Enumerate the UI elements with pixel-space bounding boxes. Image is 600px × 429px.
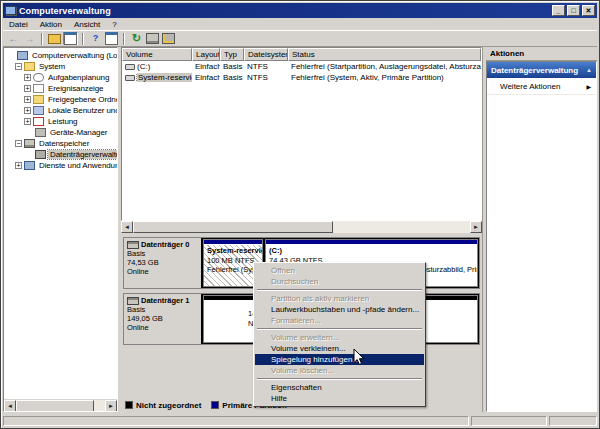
tree-item-ereignisanzeige[interactable]: +Ereignisanzeige [6, 83, 117, 94]
tree-item-system[interactable]: −System [6, 61, 117, 72]
console-tree: Computerverwaltung (Lokal)−System+Aufgab… [4, 48, 117, 171]
column-header-status[interactable]: Status [288, 48, 481, 61]
tree-item-computerverwaltung-lokal[interactable]: Computerverwaltung (Lokal) [6, 50, 117, 61]
tree-item-leistung[interactable]: +Leistung [6, 116, 117, 127]
menu-item-help[interactable]: ? [106, 20, 122, 29]
console-window-icon[interactable] [63, 32, 78, 45]
computer-icon [17, 51, 28, 60]
refresh-icon[interactable]: ↻ [129, 32, 144, 45]
volume-list-horizontal-scrollbar[interactable]: ◄ ► [121, 221, 482, 233]
volume-name: (C:) [137, 62, 150, 71]
scroll-right-button[interactable]: ► [105, 400, 117, 412]
tree-item-freigegebene-ordner[interactable]: +Freigegebene Ordner [6, 94, 117, 105]
menu-item-ansicht[interactable]: Ansicht [68, 20, 106, 29]
legend-color-swatch [211, 401, 219, 409]
tree-item-label: Dienste und Anwendungen [37, 161, 118, 170]
tree-expander[interactable]: + [24, 118, 31, 125]
title-bar: Computerverwaltung _□✕ [3, 3, 597, 18]
disk-management-icon [35, 150, 46, 159]
tree-item-aufgabenplanung[interactable]: +Aufgabenplanung [6, 72, 117, 83]
task-scheduler-icon [33, 73, 44, 82]
properties-window-icon[interactable] [104, 32, 119, 45]
context-menu-item-durchsuchen[interactable]: Durchsuchen [255, 276, 424, 287]
tree-item-lokale-benutzer-und-gruppen[interactable]: +Lokale Benutzer und Gruppen [6, 105, 117, 116]
scroll-thumb[interactable] [16, 400, 94, 412]
console-tree-panel: Computerverwaltung (Lokal)−System+Aufgab… [3, 47, 118, 412]
context-menu-item-partition-als-aktiv-markieren[interactable]: Partition als aktiv markieren [255, 293, 424, 304]
column-header-layout[interactable]: Layout [192, 48, 220, 61]
tree-item-dienste-und-anwendungen[interactable]: +Dienste und Anwendungen [6, 160, 117, 171]
context-menu-item-volume-erweitern[interactable]: Volume erweitern... [255, 332, 424, 343]
context-menu-item-hilfe[interactable]: Hilfe [255, 393, 424, 404]
actions-panel: Aktionen Datenträgerverwaltung ▲ Weitere… [486, 47, 597, 412]
column-header-dateisystem[interactable]: Dateisystem [244, 48, 288, 61]
tree-item-datentr-gerverwaltung[interactable]: Datenträgerverwaltung [6, 149, 117, 160]
partition-status: Fehlerfrei (System, Aktiv, Primäre Parti… [207, 265, 259, 275]
scroll-track[interactable] [333, 221, 470, 233]
context-menu-item-spiegelung-hinzuf-gen[interactable]: Spiegelung hinzufügen... [255, 354, 424, 365]
column-header-volume[interactable]: Volume [122, 48, 192, 61]
context-menu-item-ffnen[interactable]: Öffnen [255, 265, 424, 276]
tree-expander[interactable]: + [24, 74, 31, 81]
maximize-button[interactable]: □ [567, 5, 580, 16]
tree-item-ger-te-manager[interactable]: Geräte-Manager [6, 127, 117, 138]
volume-list-body: (C:)EinfachBasisNTFSFehlerfrei (Startpar… [122, 61, 481, 83]
actions-section-disk-management[interactable]: Datenträgerverwaltung ▲ [487, 62, 596, 78]
disk-label[interactable]: Datenträger 1Basis149,05 GBOnline [124, 294, 202, 344]
app-icon [5, 6, 16, 15]
up-folder-icon[interactable] [47, 32, 62, 45]
volume-list: VolumeLayoutTypDateisystemStatus (C:)Ein… [121, 47, 482, 221]
help-icon[interactable]: ? [88, 32, 103, 45]
forward-icon[interactable]: → [22, 32, 37, 45]
tree-expander[interactable]: + [24, 85, 31, 92]
tree-item-label: Ereignisanzeige [46, 84, 105, 93]
disk-icon [127, 241, 139, 249]
disk-label[interactable]: Datenträger 0Basis74,53 GBOnline [124, 238, 202, 288]
tree-item-label: Datenspeicher [37, 139, 91, 148]
tree-item-label: Leistung [46, 117, 79, 126]
tree-expander[interactable]: − [15, 63, 22, 70]
context-menu-item-eigenschaften[interactable]: Eigenschaften [255, 382, 424, 393]
volume-drive-icon [125, 75, 135, 81]
column-header-typ[interactable]: Typ [220, 48, 244, 61]
tool-bar: ←→?↻ [3, 31, 597, 47]
minimize-button[interactable]: _ [552, 5, 565, 16]
context-menu-item-volume-verkleinern[interactable]: Volume verkleinern... [255, 343, 424, 354]
collapse-section-icon[interactable]: ▲ [586, 67, 592, 73]
users-icon [33, 106, 44, 115]
scroll-left-button[interactable]: ◄ [4, 400, 16, 412]
volume-name: System-reserviert [137, 73, 192, 82]
disk-icon [127, 297, 139, 305]
tree-expander[interactable]: + [15, 162, 22, 169]
more-actions-item[interactable]: Weitere Aktionen ▶ [487, 78, 596, 95]
disk-name: Datenträger 1 [141, 296, 189, 305]
scroll-track[interactable] [94, 400, 105, 411]
status-segment [549, 416, 597, 426]
scroll-thumb[interactable] [133, 221, 333, 233]
volume-row-c[interactable]: (C:)EinfachBasisNTFSFehlerfrei (Startpar… [122, 61, 481, 72]
volume-row-system-reserviert[interactable]: System-reserviertEinfachBasisNTFSFehlerf… [122, 72, 481, 83]
menu-separator [257, 328, 422, 330]
close-button[interactable]: ✕ [582, 5, 595, 16]
menu-item-aktion[interactable]: Aktion [34, 20, 68, 29]
partition-name: System-reserviert [207, 246, 259, 256]
drive-cabinet-icon[interactable] [145, 32, 160, 45]
partition-size: 100 MB NTFS [207, 256, 259, 266]
tree-expander[interactable]: + [24, 96, 31, 103]
scroll-right-button[interactable]: ► [470, 221, 482, 233]
context-menu-item-laufwerkbuchstaben-und-pfade-ndern[interactable]: Laufwerkbuchstaben und -pfade ändern... [255, 304, 424, 315]
menu-item-datei[interactable]: Datei [3, 20, 34, 29]
scroll-left-button[interactable]: ◄ [121, 221, 133, 233]
rescan-disks-icon[interactable] [161, 32, 176, 45]
back-icon[interactable]: ← [6, 32, 21, 45]
tree-expander[interactable]: + [24, 107, 31, 114]
context-menu-item-formatieren[interactable]: Formatieren... [255, 315, 424, 326]
tree-horizontal-scrollbar[interactable]: ◄ ► [4, 399, 117, 411]
context-menu-item-volume-l-schen[interactable]: Volume löschen... [255, 365, 424, 376]
tree-expander[interactable]: − [15, 140, 22, 147]
volume-list-header: VolumeLayoutTypDateisystemStatus [122, 48, 481, 61]
status-bar [3, 414, 597, 426]
system-folder-icon [24, 62, 35, 71]
window-controls: _□✕ [552, 5, 595, 16]
tree-item-datenspeicher[interactable]: −Datenspeicher [6, 138, 117, 149]
